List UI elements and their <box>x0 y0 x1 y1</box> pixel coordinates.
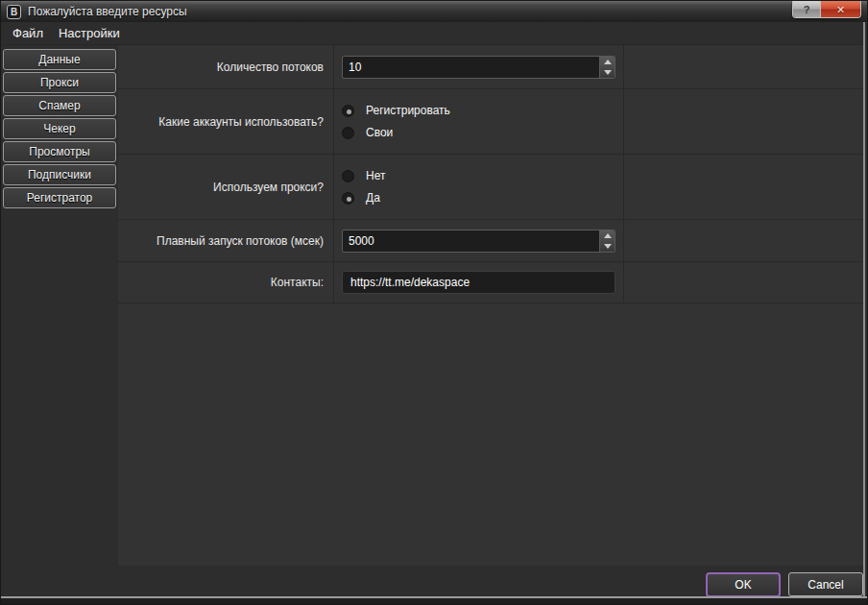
cancel-button[interactable]: Cancel <box>788 572 863 596</box>
accounts-label: Какие аккаунты использовать? <box>118 89 334 154</box>
smooth-start-label: Плавный запуск потоков (мсек) <box>118 220 334 261</box>
smooth-start-spin-buttons <box>599 230 615 252</box>
radio-icon[interactable] <box>342 127 354 139</box>
empty-cell <box>624 155 863 219</box>
radio-icon[interactable] <box>342 170 354 182</box>
contacts-label: Контакты: <box>118 262 334 302</box>
form-row-threads: Количество потоков <box>118 45 863 89</box>
sidebar-item-podpischiki[interactable]: Подписчики <box>3 164 116 185</box>
spin-down-icon[interactable] <box>600 67 615 78</box>
help-button[interactable]: ? <box>793 1 820 18</box>
sidebar-item-proksi[interactable]: Прокси <box>3 72 116 93</box>
radio-label: Свои <box>366 126 393 139</box>
threads-input[interactable] <box>343 57 599 78</box>
spin-up-icon[interactable] <box>600 230 615 241</box>
smooth-start-spinbox <box>342 230 615 253</box>
sidebar-item-cheker[interactable]: Чекер <box>3 118 116 139</box>
app-icon: B <box>7 5 21 19</box>
empty-cell <box>624 262 863 302</box>
menu-file[interactable]: Файл <box>5 23 51 43</box>
close-button[interactable]: ✕ <box>820 1 860 18</box>
empty-cell <box>624 45 863 88</box>
accounts-radio-group: Регистрировать Свои <box>342 104 623 139</box>
empty-cell <box>624 89 863 154</box>
radio-register[interactable]: Регистрировать <box>342 104 623 117</box>
window-controls: ? ✕ <box>792 1 861 18</box>
dialog-window: B Пожалуйста введите ресурсы ? ✕ Файл На… <box>0 0 868 605</box>
radio-own[interactable]: Свои <box>342 126 623 139</box>
sidebar-item-registrator[interactable]: Регистратор <box>3 187 116 208</box>
radio-no[interactable]: Нет <box>342 169 623 182</box>
form-row-proxy: Используем прокси? Нет Да <box>118 155 863 220</box>
radio-label: Да <box>366 191 380 205</box>
threads-spinbox <box>342 56 615 79</box>
radio-label: Регистрировать <box>366 104 450 117</box>
form-row-contacts: Контакты: <box>118 262 863 303</box>
sidebar: Данные Прокси Спамер Чекер Просмотры Под… <box>3 49 116 208</box>
radio-yes[interactable]: Да <box>342 191 623 205</box>
form-panel: Количество потоков Какие аккаунты исполь… <box>118 45 863 566</box>
proxy-label: Используем прокси? <box>118 155 334 219</box>
menu-bar: Файл Настройки <box>1 22 867 45</box>
sidebar-item-spamer[interactable]: Спамер <box>3 95 116 116</box>
proxy-radio-group: Нет Да <box>342 169 623 205</box>
footer-buttons: OK Cancel <box>706 572 863 597</box>
ok-button[interactable]: OK <box>706 572 781 597</box>
form-row-accounts: Какие аккаунты использовать? Регистриров… <box>118 89 863 155</box>
radio-icon[interactable] <box>342 192 354 205</box>
radio-icon[interactable] <box>342 105 354 117</box>
window-frame-bottom-edge <box>1 596 867 604</box>
spin-down-icon[interactable] <box>600 241 615 252</box>
window-frame-right-edge <box>863 22 865 596</box>
radio-label: Нет <box>366 169 385 182</box>
empty-cell <box>624 220 863 261</box>
window-title: Пожалуйста введите ресурсы <box>28 5 187 18</box>
threads-spin-buttons <box>599 57 615 78</box>
spin-up-icon[interactable] <box>600 57 615 67</box>
threads-label: Количество потоков <box>118 45 334 88</box>
sidebar-item-dannye[interactable]: Данные <box>3 49 116 70</box>
menu-settings[interactable]: Настройки <box>51 23 128 43</box>
smooth-start-input[interactable] <box>343 230 599 252</box>
form-row-smooth-start: Плавный запуск потоков (мсек) <box>118 220 863 262</box>
title-bar[interactable]: B Пожалуйста введите ресурсы <box>1 1 867 22</box>
sidebar-item-prosmotry[interactable]: Просмотры <box>3 141 116 162</box>
contacts-input[interactable] <box>342 271 615 294</box>
